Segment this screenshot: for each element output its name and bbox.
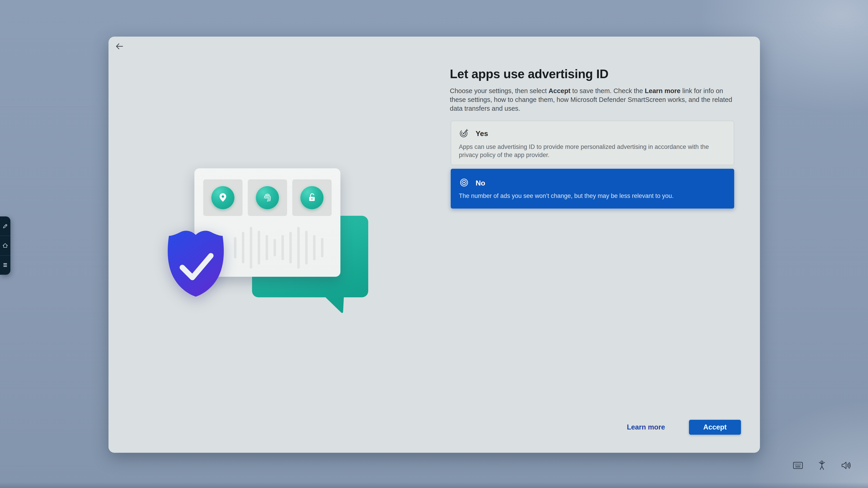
speech-bubble (252, 216, 368, 317)
shield-check-icon (162, 228, 229, 300)
waveform-bar (297, 227, 300, 269)
flyout-home-button[interactable] (0, 236, 10, 255)
option-yes-label: Yes (475, 129, 488, 138)
waveform-bar (266, 235, 268, 260)
accessibility-icon (817, 460, 827, 471)
waveform-bar (289, 232, 292, 263)
menu-icon (3, 263, 8, 267)
option-yes[interactable]: Yes Apps can use advertising ID to provi… (451, 121, 734, 165)
intro-learnmore-emphasis: Learn more (645, 87, 680, 94)
flyout-pen-button[interactable] (0, 217, 10, 236)
intro-text: Choose your settings, then select Accept… (450, 87, 740, 113)
option-no-description: The number of ads you see won’t change, … (459, 192, 725, 200)
learn-more-link[interactable]: Learn more (627, 423, 665, 431)
accessibility-button[interactable] (815, 459, 828, 472)
privacy-panel (194, 168, 340, 277)
back-button[interactable] (114, 41, 125, 52)
location-pin-icon (211, 186, 235, 209)
bullseye-icon (459, 177, 469, 189)
keyboard-button[interactable] (792, 459, 804, 472)
fingerprint-icon (256, 186, 279, 209)
waveform-bar (242, 232, 244, 263)
system-tray (792, 459, 852, 472)
waveform-bar (281, 235, 284, 260)
waveform-bar (258, 231, 260, 265)
unlock-tile (292, 180, 332, 216)
keyboard-icon (793, 461, 803, 470)
back-arrow-icon (115, 41, 124, 52)
option-no[interactable]: No The number of ads you see won’t chang… (451, 169, 734, 208)
privacy-tiles (203, 180, 332, 216)
waveform-bar (250, 227, 252, 269)
intro-accept-emphasis: Accept (549, 87, 570, 94)
home-icon (2, 242, 8, 249)
option-no-label: No (475, 179, 485, 187)
option-yes-description: Apps can use advertising ID to provide m… (459, 143, 728, 159)
side-flyout (0, 217, 10, 275)
target-arrow-icon (459, 128, 469, 139)
waveform-bar (305, 231, 308, 265)
page-title: Let apps use advertising ID (450, 67, 744, 81)
volume-button[interactable] (839, 459, 852, 472)
flyout-menu-button[interactable] (0, 255, 10, 275)
waveform-bar (234, 237, 237, 258)
waveform-bar (274, 239, 276, 256)
fingerprint-tile (248, 180, 287, 216)
intro-part: Choose your settings, then select (450, 87, 549, 94)
oobe-dialog: Let apps use advertising ID Choose your … (108, 37, 760, 453)
screen-bottom-edge (0, 482, 868, 488)
waveform-bar (321, 238, 323, 257)
accept-button[interactable]: Accept (689, 420, 741, 435)
pen-icon (2, 223, 8, 229)
volume-icon (841, 461, 851, 471)
waveform-bar (313, 235, 315, 260)
waveform (234, 230, 323, 266)
footer-actions: Learn more Accept (627, 420, 741, 435)
intro-part: to save them. Check the (570, 87, 645, 94)
unlock-icon (301, 186, 323, 209)
location-tile (203, 180, 243, 216)
